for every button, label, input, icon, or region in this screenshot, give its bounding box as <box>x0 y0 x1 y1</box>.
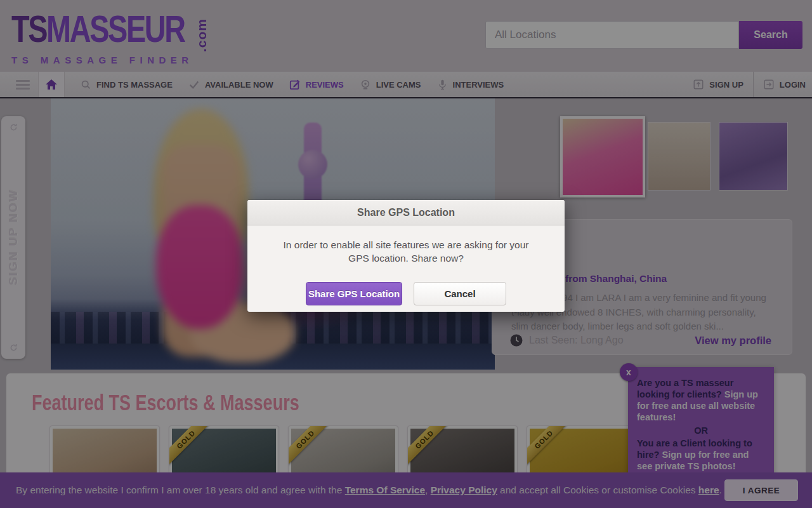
modal-actions: Share GPS Location Cancel <box>247 265 565 312</box>
share-gps-button[interactable]: Share GPS Location <box>306 282 402 305</box>
cancel-button[interactable]: Cancel <box>414 282 506 305</box>
modal-body-text: In order to enable all site features we … <box>247 225 565 265</box>
gps-location-modal: Share GPS Location In order to enable al… <box>247 200 565 312</box>
page: TSMASSEUR .com TS MASSAGE FINDER Search … <box>0 0 812 508</box>
modal-title: Share GPS Location <box>247 200 565 225</box>
